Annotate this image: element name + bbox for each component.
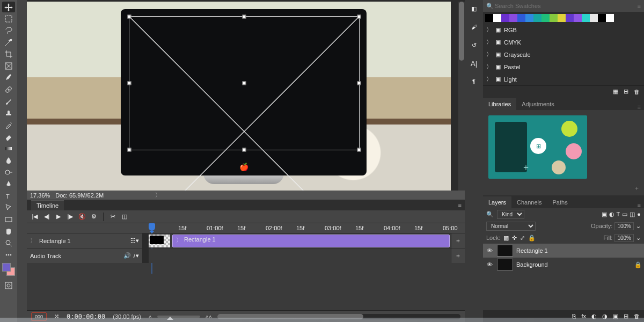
panel-menu-icon[interactable]: ≡ <box>638 3 641 9</box>
add-video-track-button[interactable]: ＋ <box>451 233 465 248</box>
transform-handle[interactable] <box>243 148 246 152</box>
gradient-tool[interactable] <box>2 143 15 154</box>
next-frame-button[interactable]: |▶ <box>65 212 75 222</box>
color-panel-icon[interactable]: ◧ <box>469 3 479 14</box>
crop-tool[interactable] <box>2 49 15 60</box>
add-to-library-icon[interactable]: ＋ <box>483 184 644 192</box>
swatch-chip[interactable] <box>541 14 550 22</box>
lock-artboard-icon[interactable]: ⤢ <box>520 235 525 241</box>
visibility-toggle[interactable]: 👁 <box>485 261 494 268</box>
playhead[interactable] <box>149 223 155 231</box>
mute-button[interactable]: 🔇 <box>77 212 87 222</box>
video-track-header[interactable]: 〉 Rectangle 1 ☷▾ <box>27 233 142 248</box>
lock-all-icon[interactable]: 🔒 <box>528 235 536 241</box>
blur-tool[interactable] <box>2 155 15 166</box>
blend-mode-select[interactable]: Normal <box>486 222 536 231</box>
pen-tool[interactable] <box>2 179 15 189</box>
hand-tool[interactable] <box>2 226 15 237</box>
swatches-search-input[interactable] <box>494 2 638 10</box>
filter-image-icon[interactable]: ▣ <box>602 211 607 218</box>
color-wells[interactable] <box>2 263 15 276</box>
transition-button[interactable]: ◫ <box>120 212 129 222</box>
swatch-chip[interactable] <box>558 14 566 22</box>
filter-adjust-icon[interactable]: ◐ <box>609 211 614 218</box>
swatch-chip[interactable] <box>517 14 525 22</box>
transform-handle[interactable] <box>128 148 131 152</box>
swatch-chip[interactable] <box>574 14 582 22</box>
history-panel-icon[interactable]: ↺ <box>469 40 479 50</box>
foreground-color-well[interactable] <box>2 263 11 272</box>
panel-menu-icon[interactable]: ≡ <box>458 202 462 208</box>
more-tools[interactable] <box>2 250 15 260</box>
swatch-chip[interactable] <box>533 14 541 22</box>
swatch-folder-item[interactable]: 〉▣Light <box>483 73 644 85</box>
canvas-vertical-scrollbar[interactable] <box>458 2 465 191</box>
tab-adjustments[interactable]: Adjustments <box>516 98 560 110</box>
filter-type-icon[interactable]: T <box>617 211 620 217</box>
swatch-chip[interactable] <box>566 14 574 22</box>
trash-icon[interactable]: 🗑 <box>634 89 640 95</box>
swatch-folder-item[interactable]: 〉▣RGB <box>483 24 644 36</box>
panel-menu-icon[interactable]: ≡ <box>634 202 644 208</box>
opacity-value[interactable]: 100% <box>614 222 634 230</box>
transform-handle[interactable] <box>243 15 246 19</box>
filter-smart-icon[interactable]: ◫ <box>630 211 635 218</box>
swatch-chip[interactable] <box>501 14 509 22</box>
transform-handle[interactable] <box>128 15 131 19</box>
folder-icon[interactable]: ▦ <box>613 88 618 95</box>
lock-pixels-icon[interactable]: ▩ <box>503 235 509 241</box>
type-tool[interactable]: T <box>2 191 15 201</box>
lock-position-icon[interactable]: ✜ <box>512 235 517 241</box>
new-swatch-icon[interactable]: ⊞ <box>624 88 628 95</box>
swatch-folder-item[interactable]: 〉▣Grayscale <box>483 48 644 61</box>
disclosure-icon[interactable]: 〉 <box>30 237 36 245</box>
audio-track-header[interactable]: Audio Track 🔊 ♪▾ <box>27 248 142 263</box>
layer-filter-kind[interactable]: Kind <box>497 210 524 219</box>
transform-handle[interactable] <box>243 82 246 85</box>
panel-menu-icon[interactable]: ≡ <box>634 104 644 110</box>
status-disclosure-icon[interactable]: 〉 <box>155 191 161 199</box>
frame-tool[interactable] <box>2 61 15 71</box>
prev-frame-button[interactable]: ◀| <box>42 212 52 222</box>
filter-shape-icon[interactable]: ▭ <box>622 211 627 218</box>
video-clip[interactable]: 〉 Rectangle 1 <box>172 235 450 247</box>
timeline-zoom-slider[interactable] <box>157 316 200 318</box>
document-canvas[interactable]: 🍎 <box>27 0 465 191</box>
audio-mute-icon[interactable]: 🔊 <box>123 252 131 259</box>
transform-bounding-box[interactable] <box>129 16 360 150</box>
eraser-tool[interactable] <box>2 131 15 142</box>
timeline-settings-button[interactable]: ⚙ <box>89 212 99 222</box>
transform-handle[interactable] <box>128 82 131 85</box>
audio-options-icon[interactable]: ♪▾ <box>133 252 140 259</box>
track-options-icon[interactable]: ☷▾ <box>130 237 139 244</box>
marquee-tool[interactable] <box>2 13 15 24</box>
move-tool[interactable] <box>2 2 15 12</box>
path-select-tool[interactable] <box>2 202 15 213</box>
visibility-toggle[interactable]: 👁 <box>485 247 494 254</box>
wand-tool[interactable] <box>2 37 15 48</box>
swatch-chip[interactable] <box>509 14 517 22</box>
play-button[interactable]: ▶ <box>54 212 63 222</box>
doc-size[interactable]: Doc: 65.9M/62.2M <box>55 192 104 199</box>
swatch-chip[interactable] <box>485 14 493 22</box>
eyedropper-tool[interactable] <box>2 72 15 83</box>
zoom-level[interactable]: 17.36% <box>30 192 50 199</box>
quickmask-toggle[interactable] <box>2 280 15 291</box>
timeline-tab[interactable]: Timeline <box>31 200 64 210</box>
paragraph-panel-icon[interactable]: ¶ <box>469 76 479 87</box>
stamp-tool[interactable] <box>2 108 15 119</box>
go-to-first-frame-button[interactable]: |◀ <box>30 212 40 222</box>
transform-handle[interactable] <box>357 15 361 19</box>
tab-libraries[interactable]: Libraries <box>483 98 516 110</box>
lasso-tool[interactable] <box>2 25 15 36</box>
tab-paths[interactable]: Paths <box>547 196 573 208</box>
swatch-chip[interactable] <box>606 14 614 22</box>
zoom-tool[interactable] <box>2 238 15 248</box>
swatch-chip[interactable] <box>550 14 558 22</box>
add-audio-track-button[interactable]: ＋ <box>451 248 465 263</box>
video-track-lane[interactable]: 〉 Rectangle 1 <box>149 233 451 248</box>
transform-handle[interactable] <box>357 148 361 152</box>
swatch-chip[interactable] <box>598 14 606 22</box>
split-clip-button[interactable]: ✂ <box>108 212 118 222</box>
tab-channels[interactable]: Channels <box>511 196 547 208</box>
